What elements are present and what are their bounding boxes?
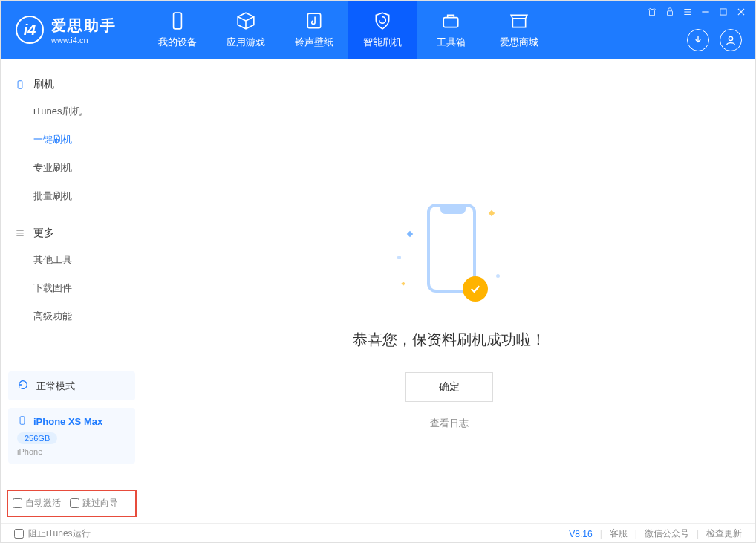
device-type: iPhone [17, 447, 126, 456]
customer-service-link[interactable]: 客服 [610, 527, 628, 540]
window-controls [647, 7, 746, 17]
nav-tab-apps[interactable]: 应用游戏 [212, 1, 280, 59]
logo-title: 爱思助手 [51, 16, 117, 36]
store-icon [509, 10, 529, 31]
device-phone-icon [17, 415, 27, 428]
menu-icon[interactable] [682, 7, 693, 17]
nav-tab-flash[interactable]: 智能刷机 [348, 1, 417, 59]
shield-icon [372, 10, 393, 31]
sidebar-item-onekey-flash[interactable]: 一键刷机 [1, 126, 143, 154]
nav-tab-store[interactable]: 爱思商城 [485, 1, 553, 59]
mode-card[interactable]: 正常模式 [8, 371, 135, 400]
svg-rect-1 [307, 13, 320, 28]
mode-label: 正常模式 [36, 380, 75, 393]
success-message: 恭喜您，保资料刷机成功啦！ [353, 330, 546, 350]
nav-tab-toolbox[interactable]: 工具箱 [417, 1, 485, 59]
logo-url: www.i4.cn [51, 36, 117, 45]
status-bar: 阻止iTunes运行 V8.16 | 客服 | 微信公众号 | 检查更新 [1, 523, 755, 543]
sidebar-item-other-tools[interactable]: 其他工具 [1, 246, 143, 274]
svg-rect-3 [668, 11, 673, 16]
check-icon [463, 276, 488, 302]
app-header: i4 爱思助手 www.i4.cn 我的设备 应用游戏 铃声壁纸 智能刷机 工具… [1, 1, 755, 59]
main-content: 恭喜您，保资料刷机成功啦！ 确定 查看日志 [143, 59, 755, 523]
device-card[interactable]: iPhone XS Max 256GB iPhone [8, 408, 135, 464]
sidebar-item-batch-flash[interactable]: 批量刷机 [1, 182, 143, 210]
device-icon [167, 10, 188, 31]
check-update-link[interactable]: 检查更新 [706, 527, 742, 540]
sidebar-item-itunes-flash[interactable]: iTunes刷机 [1, 97, 143, 126]
phone-icon [14, 79, 26, 91]
cube-icon [235, 10, 256, 31]
svg-rect-4 [720, 9, 726, 15]
lock-icon[interactable] [665, 7, 675, 17]
svg-rect-7 [20, 417, 25, 425]
tshirt-icon[interactable] [647, 7, 657, 17]
user-icon[interactable] [720, 29, 742, 51]
svg-point-5 [729, 36, 732, 40]
maximize-icon[interactable] [718, 7, 729, 17]
nav-tab-device[interactable]: 我的设备 [143, 1, 212, 59]
minimize-icon[interactable] [700, 7, 711, 17]
skip-guide-checkbox[interactable]: 跳过向导 [70, 497, 118, 510]
ok-button[interactable]: 确定 [405, 372, 493, 402]
download-icon[interactable] [687, 29, 709, 51]
view-log-link[interactable]: 查看日志 [430, 417, 469, 430]
nav-tabs: 我的设备 应用游戏 铃声壁纸 智能刷机 工具箱 爱思商城 [143, 1, 553, 59]
svg-rect-2 [443, 18, 458, 27]
device-name: iPhone XS Max [33, 416, 102, 427]
success-illustration [390, 196, 509, 315]
highlighted-options-box: 自动激活 跳过向导 [7, 490, 137, 517]
auto-activate-checkbox[interactable]: 自动激活 [13, 497, 61, 510]
sidebar: 刷机 iTunes刷机 一键刷机 专业刷机 批量刷机 更多 其他工具 下载固件 … [1, 59, 143, 523]
version-label[interactable]: V8.16 [569, 529, 592, 539]
wechat-link[interactable]: 微信公众号 [645, 527, 689, 540]
block-itunes-checkbox[interactable]: 阻止iTunes运行 [14, 527, 91, 540]
sidebar-item-download-firmware[interactable]: 下载固件 [1, 274, 143, 302]
list-icon [14, 227, 26, 239]
toolbox-icon [440, 10, 461, 31]
svg-rect-0 [174, 13, 182, 29]
nav-tab-ringtones[interactable]: 铃声壁纸 [280, 1, 348, 59]
music-icon [304, 10, 325, 31]
svg-rect-6 [18, 81, 22, 89]
sidebar-section-more: 更多 [1, 221, 143, 246]
sidebar-item-pro-flash[interactable]: 专业刷机 [1, 154, 143, 182]
sidebar-section-flash: 刷机 [1, 72, 143, 97]
sidebar-item-advanced[interactable]: 高级功能 [1, 302, 143, 331]
logo-icon: i4 [16, 16, 44, 44]
device-storage-badge: 256GB [17, 432, 57, 444]
close-icon[interactable] [736, 7, 746, 17]
logo[interactable]: i4 爱思助手 www.i4.cn [1, 16, 143, 45]
refresh-icon [17, 379, 29, 393]
